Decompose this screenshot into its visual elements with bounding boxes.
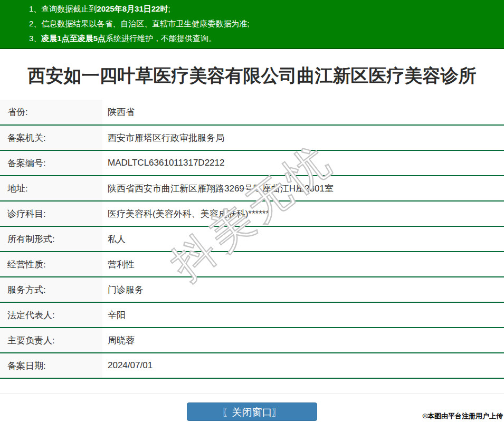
notice-number: 2、: [29, 19, 41, 28]
row-value: 辛阳: [102, 302, 504, 328]
notice-text: 信息数据结果以各省、自治区、直辖市卫生健康委数据为准;: [41, 19, 249, 28]
notice-line: 3、凌晨1点至凌晨5点系统进行维护，不能提供查询。: [29, 31, 499, 46]
row-value: 医疗美容科(美容外科、美容皮肤科)******: [102, 201, 504, 226]
table-row: 省份: 陕西省: [0, 100, 504, 125]
table-row: 主要负责人: 周晓蓉: [0, 328, 504, 353]
notice-line: 1、查询数据截止到2025年8月31日22时;: [29, 2, 499, 16]
notice-text-bold: 凌晨1点至凌晨5点: [41, 34, 106, 43]
notice-text: 系统进行维护，不能提供查询。: [106, 34, 216, 43]
row-value: 陕西省: [102, 100, 504, 125]
table-row: 备案日期: 2024/07/01: [0, 353, 504, 378]
table-row: 服务方式: 门诊服务: [0, 277, 504, 302]
table-row: 备案机关: 西安市雁塔区行政审批服务局: [0, 125, 504, 150]
table-row: 备案编号: MADLTCL6361011317D2212: [0, 150, 504, 176]
table-row: 地址: 陕西省西安市曲江新区雁翔路3269号旺座曲江H座2301室: [0, 176, 504, 201]
row-label: 经营性质:: [0, 252, 102, 277]
row-value: 私人: [102, 226, 504, 252]
row-label: 服务方式:: [0, 277, 102, 302]
notice-number: 1、: [29, 4, 41, 13]
row-value: 西安市雁塔区行政审批服务局: [102, 125, 504, 150]
table-row: 诊疗科目: 医疗美容科(美容外科、美容皮肤科)******: [0, 201, 504, 226]
table-row: 法定代表人: 辛阳: [0, 302, 504, 328]
notice-number: 3、: [29, 34, 41, 43]
close-window-button[interactable]: 〖关闭窗口〗: [187, 402, 317, 421]
info-table: 省份: 陕西省 备案机关: 西安市雁塔区行政审批服务局 备案编号: MADLTC…: [0, 100, 504, 379]
table-row: 经营性质: 营利性: [0, 252, 504, 277]
row-label: 备案机关:: [0, 125, 102, 150]
row-label: 备案日期:: [0, 353, 102, 378]
row-value: 周晓蓉: [102, 328, 504, 353]
row-label: 地址:: [0, 176, 102, 201]
row-value: MADLTCL6361011317D2212: [102, 150, 504, 176]
upload-credit: ©本图由平台注册用户上传: [422, 411, 503, 421]
row-label: 主要负责人:: [0, 328, 102, 353]
notice-text: ;: [168, 4, 170, 13]
footer-divider: [0, 393, 504, 394]
notice-banner: 1、查询数据截止到2025年8月31日22时; 2、信息数据结果以各省、自治区、…: [0, 0, 504, 49]
table-row: 所有制形式: 私人: [0, 226, 504, 252]
row-value: 营利性: [102, 252, 504, 277]
row-value: 陕西省西安市曲江新区雁翔路3269号旺座曲江H座2301室: [102, 176, 504, 201]
page-title: 西安如一四叶草医疗美容有限公司曲江新区医疗美容诊所: [0, 63, 504, 88]
notice-text: 查询数据截止到: [41, 4, 97, 13]
row-label: 法定代表人:: [0, 302, 102, 328]
row-label: 省份:: [0, 100, 102, 125]
notice-text-bold: 2025年8月31日22时: [97, 4, 168, 13]
row-label: 备案编号:: [0, 150, 102, 176]
notice-line: 2、信息数据结果以各省、自治区、直辖市卫生健康委数据为准;: [29, 16, 499, 31]
row-label: 所有制形式:: [0, 226, 102, 252]
row-value: 门诊服务: [102, 277, 504, 302]
row-label: 诊疗科目:: [0, 201, 102, 226]
row-value: 2024/07/01: [102, 353, 504, 378]
